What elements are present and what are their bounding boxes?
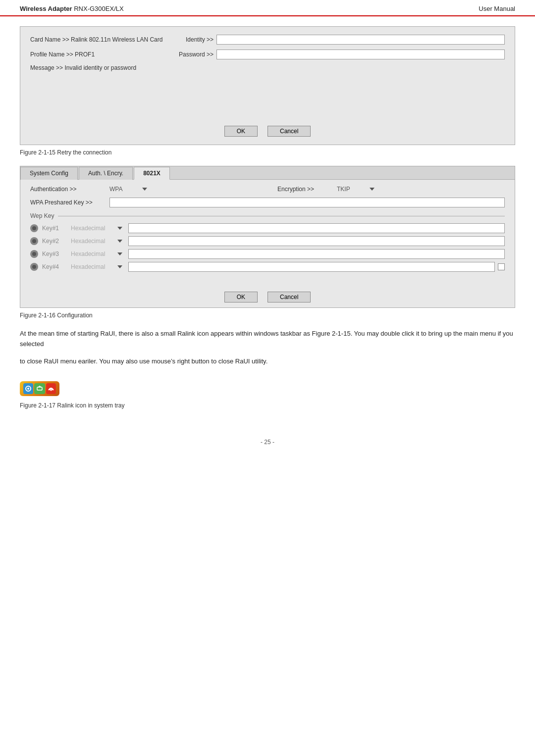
dialog1-ok-button[interactable]: OK: [224, 126, 258, 137]
key4-name: Key#4: [42, 263, 67, 270]
svg-point-2: [51, 390, 52, 391]
key4-checkbox[interactable]: [498, 263, 505, 270]
key4-row: Key#4 Hexadecimal: [30, 262, 505, 272]
encryption-value: TKIP: [337, 186, 367, 193]
authentication-label: Authentication >>: [30, 186, 109, 193]
tab-auth-encry[interactable]: Auth. \ Encry.: [79, 167, 133, 180]
tray-icon: [20, 381, 59, 396]
figure2-caption: Figure 2-1-16 Configuration: [20, 312, 515, 319]
message-label: Message >> Invalid identity or password: [30, 64, 169, 71]
page-content: Card Name >> Ralink 802.11n Wireless LAN…: [0, 26, 535, 446]
tab-system-config[interactable]: System Config: [20, 167, 78, 180]
authentication-value: WPA: [109, 186, 139, 193]
card-name-label: Card Name >> Ralink 802.11n Wireless LAN…: [30, 36, 169, 43]
wep-key-section: Wep Key Key#1 Hexadecimal Key#2 Hexadeci…: [30, 212, 505, 272]
encryption-dropdown-arrow[interactable]: [370, 188, 374, 191]
key1-row: Key#1 Hexadecimal: [30, 223, 505, 233]
tab-8021x[interactable]: 8021X: [134, 167, 170, 180]
password-label: Password >>: [169, 51, 214, 58]
product-name: Wireless Adapter: [20, 5, 72, 12]
dialog2-cancel-button[interactable]: Cancel: [268, 292, 311, 302]
config-dialog: System Config Auth. \ Encry. 8021X Authe…: [20, 166, 515, 308]
identity-input[interactable]: [216, 35, 505, 45]
authentication-select-wrapper: WPA: [109, 186, 147, 193]
password-input[interactable]: [216, 50, 505, 59]
key2-radio[interactable]: [30, 237, 38, 245]
key3-radio[interactable]: [30, 250, 38, 258]
profile-name-label: Profile Name >> PROF1: [30, 51, 169, 58]
key1-input[interactable]: [128, 223, 505, 233]
wep-key-label: Wep Key: [30, 212, 54, 219]
wpa-preshared-row: WPA Preshared Key >>: [30, 198, 505, 207]
dialog1-buttons: OK Cancel: [30, 121, 505, 137]
key3-name: Key#3: [42, 251, 67, 257]
key4-input[interactable]: [128, 262, 495, 272]
authentication-dropdown-arrow[interactable]: [142, 188, 147, 191]
dialog2-ok-button[interactable]: OK: [224, 292, 258, 302]
key3-input[interactable]: [128, 249, 505, 259]
figure3-caption: Figure 2-1-17 Ralink icon in system tray: [20, 402, 515, 409]
card-name-row: Card Name >> Ralink 802.11n Wireless LAN…: [30, 35, 505, 45]
profile-name-row: Profile Name >> PROF1 Password >>: [30, 50, 505, 59]
encryption-label: Encryption >>: [277, 186, 337, 193]
key2-row: Key#2 Hexadecimal: [30, 236, 505, 246]
body-text-2: to close RaUI menu eariler. You may also…: [20, 356, 515, 367]
authentication-row: Authentication >> WPA Encryption >> TKIP: [30, 186, 505, 193]
key4-radio[interactable]: [30, 263, 38, 271]
wep-key-line: [58, 216, 505, 216]
key1-format: Hexadecimal: [71, 225, 115, 232]
wpa-preshared-input[interactable]: [109, 198, 505, 207]
page-number: - 25 -: [20, 439, 515, 446]
key3-format: Hexadecimal: [71, 251, 115, 257]
svg-rect-1: [37, 387, 42, 390]
wep-key-divider: Wep Key: [30, 212, 505, 219]
key1-name: Key#1: [42, 225, 67, 232]
body-text-1: At the mean time of starting RaUI, there…: [20, 329, 515, 350]
key4-dropdown-arrow[interactable]: [117, 265, 122, 268]
key2-input[interactable]: [128, 236, 505, 246]
key4-format: Hexadecimal: [71, 263, 115, 270]
tray-icon-part3: [46, 383, 56, 394]
figure1-caption: Figure 2-1-15 Retry the connection: [20, 149, 515, 156]
key1-radio[interactable]: [30, 224, 38, 232]
tray-icon-part1: [23, 383, 33, 394]
page-header: Wireless Adapter RNX-G300EX/LX User Manu…: [0, 0, 535, 16]
product-model: RNX-G300EX/LX: [74, 5, 123, 12]
encryption-select-wrapper: TKIP: [337, 186, 374, 193]
header-product: Wireless Adapter RNX-G300EX/LX: [20, 5, 124, 12]
key1-dropdown-arrow[interactable]: [117, 227, 122, 230]
message-row: Message >> Invalid identity or password: [30, 64, 505, 71]
key3-row: Key#3 Hexadecimal: [30, 249, 505, 259]
tab-8021x-content: Authentication >> WPA Encryption >> TKIP…: [20, 180, 515, 307]
key3-dropdown-arrow[interactable]: [117, 252, 122, 255]
key2-name: Key#2: [42, 238, 67, 245]
retry-dialog: Card Name >> Ralink 802.11n Wireless LAN…: [20, 26, 515, 145]
dialog2-buttons: OK Cancel: [30, 287, 505, 302]
header-manual: User Manual: [479, 5, 515, 12]
identity-label: Identity >>: [169, 36, 214, 43]
key2-dropdown-arrow[interactable]: [117, 240, 122, 243]
key2-format: Hexadecimal: [71, 238, 115, 245]
tab-bar: System Config Auth. \ Encry. 8021X: [20, 166, 515, 180]
dialog1-cancel-button[interactable]: Cancel: [268, 126, 311, 137]
wpa-preshared-label: WPA Preshared Key >>: [30, 199, 109, 206]
tray-icon-part2: [34, 383, 45, 394]
tray-icon-container: [20, 381, 59, 396]
